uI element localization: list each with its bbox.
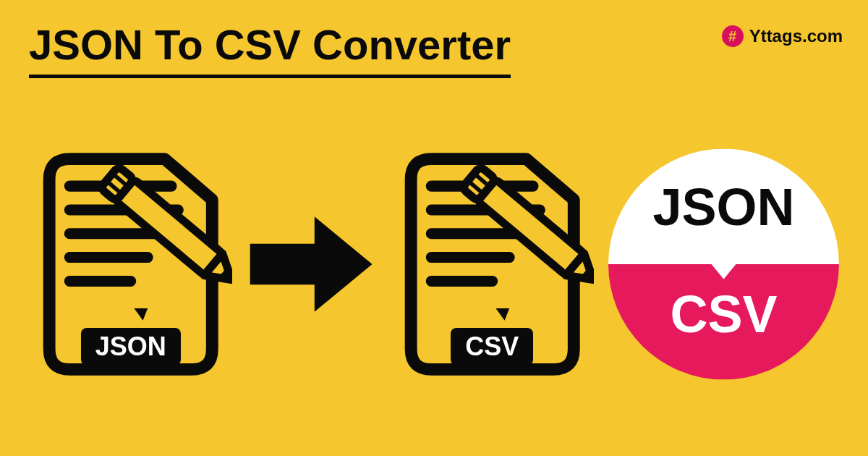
target-file-label: CSV [451, 328, 533, 366]
brand-logo: # Yttags.com [722, 25, 843, 47]
hash-icon: # [722, 25, 744, 47]
target-file-icon: CSV [391, 138, 594, 391]
badge-top-label: JSON [608, 177, 839, 237]
source-file-label: JSON [81, 328, 181, 366]
badge-bottom-label: CSV [608, 284, 839, 344]
brand-text: Yttags.com [749, 26, 843, 46]
arrow-right-icon [247, 206, 375, 322]
source-file-icon: JSON [29, 138, 232, 391]
conversion-badge: JSON CSV [608, 141, 839, 387]
page-title: JSON To CSV Converter [29, 20, 511, 78]
diagram-content: JSON CSV [29, 138, 839, 391]
